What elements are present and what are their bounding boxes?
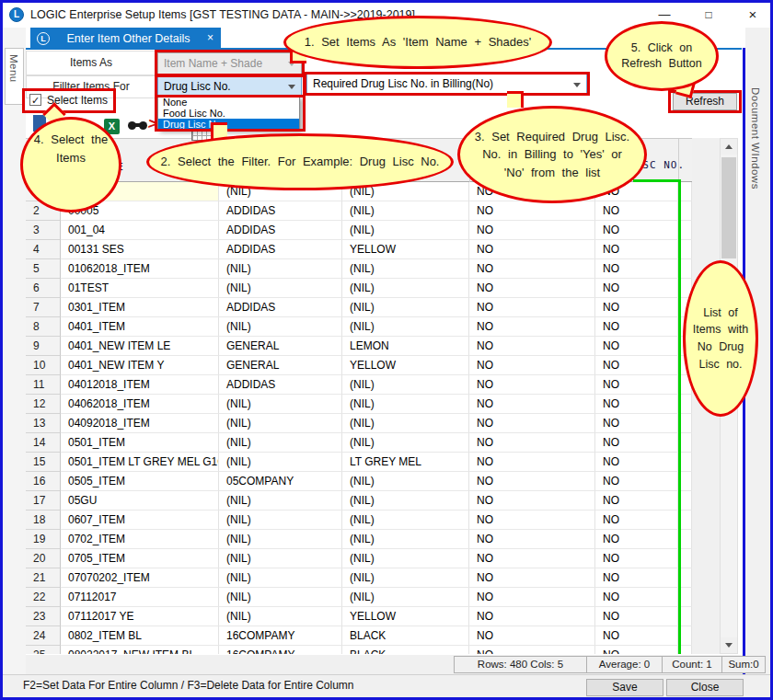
cell-required-billing[interactable]: NO xyxy=(469,414,595,433)
scrollbar-thumb[interactable] xyxy=(721,157,736,258)
cell-item-name[interactable]: 01062018_ITEM xyxy=(61,259,219,279)
cell-required-billing[interactable]: NO xyxy=(469,395,595,414)
cell-shade[interactable]: (NIL) xyxy=(342,472,469,491)
cell-drug-lisc-no[interactable]: NO xyxy=(595,646,678,654)
cell-item-name[interactable]: 01TEST xyxy=(61,279,219,298)
cell-drug-lisc-no[interactable]: NO xyxy=(595,626,678,646)
cell-company[interactable]: (NIL) xyxy=(219,395,342,414)
cell-shade[interactable]: (NIL) xyxy=(342,317,469,337)
cell-shade[interactable]: (NIL) xyxy=(342,259,469,279)
cell-item-name[interactable]: 05GU xyxy=(61,491,219,511)
cell-item-name[interactable]: 0501_ITEM xyxy=(61,433,219,453)
cell-drug-lisc-no[interactable]: NO xyxy=(595,511,678,530)
cell-company[interactable]: GENERAL xyxy=(219,337,342,356)
tab-enter-item-other-details[interactable]: L Enter Item Other Details × xyxy=(30,28,221,49)
table-row[interactable]: 19 0702_ITEM (NIL) (NIL) NO NO xyxy=(26,530,692,549)
cell-item-name[interactable]: 07112017 YE xyxy=(61,607,219,626)
cell-required-billing[interactable]: NO xyxy=(469,201,595,221)
table-row[interactable]: 7 0301_ITEM ADDIDAS (NIL) NO NO xyxy=(26,298,692,317)
cell-company[interactable]: (NIL) xyxy=(219,607,342,626)
find-binoculars-icon[interactable] xyxy=(128,121,136,130)
cell-company[interactable]: ADDIDAS xyxy=(219,375,342,395)
cell-drug-lisc-no[interactable]: NO xyxy=(595,201,678,221)
cell-required-billing[interactable]: NO xyxy=(469,240,595,259)
cell-company[interactable]: (NIL) xyxy=(219,530,342,549)
table-row[interactable]: 8 0401_ITEM (NIL) (NIL) NO NO xyxy=(26,317,692,337)
cell-company[interactable]: GENERAL xyxy=(219,356,342,375)
cell-shade[interactable]: (NIL) xyxy=(342,395,469,414)
cell-shade[interactable]: (NIL) xyxy=(342,201,469,221)
cell-shade[interactable]: (NIL) xyxy=(342,279,469,298)
cell-item-name[interactable]: 00131 SES xyxy=(61,240,219,259)
cell-drug-lisc-no[interactable]: NO xyxy=(595,317,678,337)
cell-drug-lisc-no[interactable]: NO xyxy=(595,472,678,491)
cell-item-name[interactable]: 0401_NEW ITEM Y xyxy=(61,356,219,375)
cell-shade[interactable]: (NIL) xyxy=(342,530,469,549)
cell-company[interactable]: (NIL) xyxy=(219,259,342,279)
cell-drug-lisc-no[interactable]: NO xyxy=(595,491,678,511)
cell-shade[interactable]: (NIL) xyxy=(342,549,469,568)
cell-shade[interactable]: LEMON xyxy=(342,337,469,356)
cell-shade[interactable]: YELLOW xyxy=(342,356,469,375)
cell-required-billing[interactable]: NO xyxy=(469,530,595,549)
cell-company[interactable]: 16COMPAMY xyxy=(219,646,342,654)
close-form-button[interactable]: Close xyxy=(666,679,744,696)
cell-required-billing[interactable]: NO xyxy=(469,491,595,511)
cell-item-name[interactable]: 0401_NEW ITEM LE xyxy=(61,337,219,356)
cell-drug-lisc-no[interactable]: NO xyxy=(595,221,678,240)
cell-company[interactable]: (NIL) xyxy=(219,549,342,568)
cell-required-billing[interactable]: NO xyxy=(469,626,595,646)
table-row[interactable]: 15 0501_ITEM LT GREY MEL G1G (NIL) LT GR… xyxy=(26,453,692,472)
cell-shade[interactable]: (NIL) xyxy=(342,375,469,395)
cell-drug-lisc-no[interactable]: NO xyxy=(595,588,678,607)
cell-item-name[interactable]: 08022017_NEW ITEM BL xyxy=(61,646,219,654)
cell-item-name[interactable]: 04012018_ITEM xyxy=(61,375,219,395)
cell-item-name[interactable]: 0802_ITEM BL xyxy=(61,626,219,646)
cell-company[interactable]: (NIL) xyxy=(219,491,342,511)
cell-item-name[interactable]: 0607_ITEM xyxy=(61,511,219,530)
cell-shade[interactable]: (NIL) xyxy=(342,221,469,240)
cell-required-billing[interactable]: NO xyxy=(469,549,595,568)
close-button[interactable]: × xyxy=(743,6,763,24)
maximize-button[interactable]: □ xyxy=(698,6,719,24)
table-row[interactable]: 23 07112017 YE (NIL) YELLOW NO NO xyxy=(26,607,692,626)
cell-item-name[interactable]: 04092018_ITEM xyxy=(61,414,219,433)
cell-drug-lisc-no[interactable]: NO xyxy=(595,240,678,259)
cell-required-billing[interactable]: NO xyxy=(469,279,595,298)
table-row[interactable]: 16 0505_ITEM 05COMPANY (NIL) NO NO xyxy=(26,472,692,491)
cell-drug-lisc-no[interactable]: NO xyxy=(595,433,678,453)
cell-shade[interactable]: (NIL) xyxy=(342,298,469,317)
table-row[interactable]: 17 05GU (NIL) (NIL) NO NO xyxy=(26,491,692,511)
table-row[interactable]: 20 0705_ITEM (NIL) (NIL) NO NO xyxy=(26,549,692,568)
save-button[interactable]: Save xyxy=(586,679,663,696)
cell-shade[interactable]: (NIL) xyxy=(342,511,469,530)
table-row[interactable]: 12 04062018_ITEM (NIL) (NIL) NO NO xyxy=(26,395,692,414)
cell-company[interactable]: ADDIDAS xyxy=(219,221,342,240)
table-row[interactable]: 25 08022017_NEW ITEM BL 16COMPAMY BLACK … xyxy=(26,646,692,654)
cell-company[interactable]: (NIL) xyxy=(219,317,342,337)
table-row[interactable]: 9 0401_NEW ITEM LE GENERAL LEMON NO NO xyxy=(26,337,692,356)
tab-close-icon[interactable]: × xyxy=(207,28,213,49)
cell-shade[interactable]: YELLOW xyxy=(342,240,469,259)
table-row[interactable]: 6 01TEST (NIL) (NIL) NO NO xyxy=(26,279,692,298)
sidebar-tab-menu[interactable]: Menu xyxy=(5,48,24,105)
cell-required-billing[interactable]: NO xyxy=(469,646,595,654)
cell-required-billing[interactable]: NO xyxy=(469,588,595,607)
table-row[interactable]: 18 0607_ITEM (NIL) (NIL) NO NO xyxy=(26,511,692,530)
cell-company[interactable]: (NIL) xyxy=(219,568,342,588)
cell-required-billing[interactable]: NO xyxy=(469,356,595,375)
cell-shade[interactable]: (NIL) xyxy=(342,568,469,588)
cell-drug-lisc-no[interactable]: NO xyxy=(595,414,678,433)
table-row[interactable]: 22 07112017 (NIL) (NIL) NO NO xyxy=(26,588,692,607)
scroll-down-icon[interactable] xyxy=(721,637,737,653)
cell-item-name[interactable]: 0705_ITEM xyxy=(61,549,219,568)
table-row[interactable]: 24 0802_ITEM BL 16COMPAMY BLACK NO NO xyxy=(26,626,692,646)
cell-shade[interactable]: BLACK xyxy=(342,646,469,654)
cell-drug-lisc-no[interactable]: NO xyxy=(595,530,678,549)
table-row[interactable]: 10 0401_NEW ITEM Y GENERAL YELLOW NO NO xyxy=(26,356,692,375)
cell-company[interactable]: (NIL) xyxy=(219,453,342,472)
cell-drug-lisc-no[interactable]: NO xyxy=(595,395,678,414)
table-row[interactable]: 11 04012018_ITEM ADDIDAS (NIL) NO NO xyxy=(26,375,692,395)
cell-company[interactable]: 05COMPANY xyxy=(219,472,342,491)
cell-company[interactable]: (NIL) xyxy=(219,588,342,607)
